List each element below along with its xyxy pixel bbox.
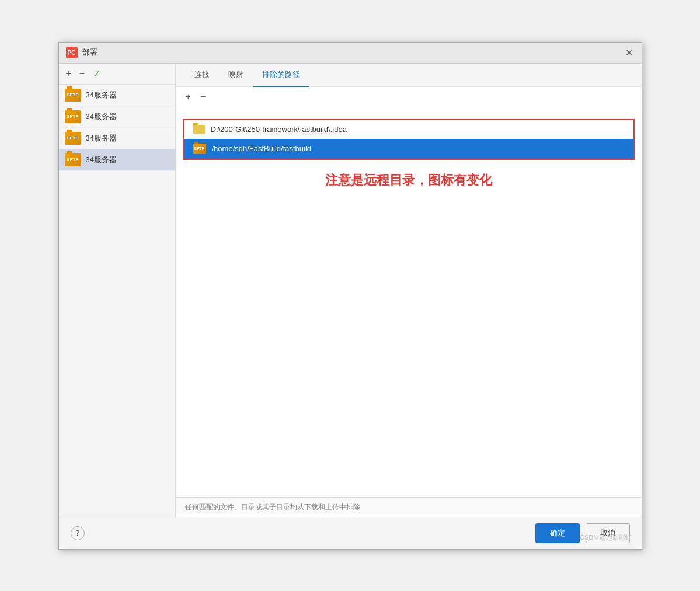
sidebar-item-label-3: 34服务器 — [86, 133, 117, 144]
tab-connect[interactable]: 连接 — [185, 64, 219, 87]
path-item-sftp[interactable]: SFTP /home/sqh/FastBuild/fastbuild — [184, 139, 633, 159]
confirm-button[interactable]: 确定 — [535, 523, 580, 543]
dialog-footer: ? 确定 取消 — [59, 517, 642, 549]
sidebar-toolbar: + − ✓ — [59, 64, 175, 85]
sidebar-items: SFTP 34服务器 SFTP 34服务器 SFTP 34服务器 SFTP 34… — [59, 85, 175, 517]
close-button[interactable]: ✕ — [624, 47, 635, 58]
sidebar-add-button[interactable]: + — [64, 68, 74, 79]
tabs-bar: 连接 映射 排除的路径 — [176, 64, 642, 87]
sidebar-confirm-button[interactable]: ✓ — [90, 67, 103, 81]
dialog-title: 部署 — [82, 47, 97, 58]
help-button[interactable]: ? — [71, 526, 85, 540]
sftp-remote-icon: SFTP — [193, 144, 206, 154]
tab-mapping[interactable]: 映射 — [219, 64, 253, 87]
app-icon: PC — [66, 47, 78, 58]
deploy-dialog: PC 部署 ✕ + − ✓ SFTP 34服务器 SFTP 34服务器 — [58, 42, 642, 550]
content-area: + − D:\200-Git\250-framework\fastbuild\.… — [176, 87, 642, 517]
titlebar-left: PC 部署 — [66, 47, 97, 58]
titlebar: PC 部署 ✕ — [59, 43, 642, 64]
path-local-text: D:\200-Git\250-framework\fastbuild\.idea — [211, 125, 347, 134]
paths-list: D:\200-Git\250-framework\fastbuild\.idea… — [176, 107, 642, 497]
folder-icon — [193, 125, 205, 134]
sidebar-item-server4[interactable]: SFTP 34服务器 — [59, 149, 175, 171]
content-toolbar: + − — [176, 87, 642, 107]
sftp-icon-3: SFTP — [65, 132, 81, 145]
sftp-icon-4: SFTP — [65, 153, 81, 166]
sidebar-item-label-1: 34服务器 — [86, 90, 117, 100]
path-item-local[interactable]: D:\200-Git\250-framework\fastbuild\.idea — [184, 120, 633, 139]
annotation-text: 注意是远程目录，图标有变化 — [176, 162, 642, 198]
sidebar-item-server2[interactable]: SFTP 34服务器 — [59, 106, 175, 128]
sidebar: + − ✓ SFTP 34服务器 SFTP 34服务器 SFTP 34服务器 — [59, 64, 176, 517]
sidebar-item-label-2: 34服务器 — [86, 111, 117, 122]
sidebar-remove-button[interactable]: − — [77, 68, 87, 79]
watermark: CSDN @起影彩虹 — [580, 533, 632, 542]
bottom-hint: 任何匹配的文件、目录或其子目录均从下载和上传中排除 — [176, 497, 642, 517]
content-add-button[interactable]: + — [183, 90, 194, 103]
content-remove-button[interactable]: − — [197, 90, 208, 103]
tab-excluded-paths[interactable]: 排除的路径 — [253, 64, 309, 87]
path-sftp-text: /home/sqh/FastBuild/fastbuild — [212, 144, 312, 153]
sftp-icon-2: SFTP — [65, 110, 81, 123]
sftp-icon-1: SFTP — [65, 89, 81, 102]
sidebar-item-server3[interactable]: SFTP 34服务器 — [59, 128, 175, 149]
sidebar-item-server1[interactable]: SFTP 34服务器 — [59, 85, 175, 106]
main-content: 连接 映射 排除的路径 + − — [176, 64, 642, 517]
red-border-highlight: D:\200-Git\250-framework\fastbuild\.idea… — [183, 119, 635, 160]
dialog-body: + − ✓ SFTP 34服务器 SFTP 34服务器 SFTP 34服务器 — [59, 64, 642, 517]
sidebar-item-label-4: 34服务器 — [86, 155, 117, 165]
